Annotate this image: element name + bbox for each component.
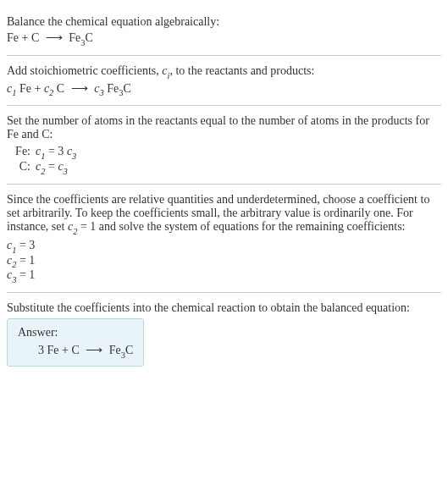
- product-fe3c: Fe3C: [69, 31, 93, 44]
- c2: c2: [44, 82, 53, 95]
- product-fe3c: Fe3C: [109, 344, 134, 356]
- table-row: C: c2 = c3: [7, 160, 441, 175]
- balanced-equation: 3 Fe + C ⟶ Fe3C: [18, 343, 133, 359]
- balance-intro: Set the number of atoms in the reactants…: [7, 114, 441, 141]
- reactant-fe: Fe: [7, 31, 19, 44]
- unbalanced-equation: Fe + C ⟶ Fe3C: [7, 30, 441, 47]
- answer-label: Answer:: [18, 326, 133, 339]
- answer-intro: Substitute the coefficients into the che…: [7, 301, 441, 315]
- row-label-fe: Fe:: [7, 145, 36, 158]
- section-answer: Substitute the coefficients into the che…: [7, 293, 441, 375]
- reactant-c: C: [31, 31, 39, 44]
- reactant-3fe: 3 Fe: [38, 344, 59, 356]
- table-row: Fe: c1 = 3 c3: [7, 145, 441, 160]
- reactant-c: C: [71, 344, 79, 356]
- section-atom-balance: Set the number of atoms in the reactants…: [7, 106, 441, 185]
- c2-symbol: c2: [68, 220, 77, 233]
- arrow-icon: ⟶: [71, 81, 88, 96]
- coeff-line: c1 = 3: [7, 239, 441, 254]
- arrow-icon: ⟶: [86, 343, 102, 357]
- coeff-equation: c1 Fe + c2 C ⟶ c3 Fe3C: [7, 81, 441, 97]
- section-solve: Since the coefficients are relative quan…: [7, 185, 441, 293]
- prompt-text: Balance the chemical equation algebraica…: [7, 15, 441, 29]
- coeff-line: c2 = 1: [7, 254, 441, 269]
- atom-balance-table: Fe: c1 = 3 c3 C: c2 = c3: [7, 145, 441, 175]
- row-label-c: C:: [7, 160, 36, 174]
- answer-box: Answer: 3 Fe + C ⟶ Fe3C: [7, 318, 144, 367]
- row-eq-fe: c1 = 3 c3: [36, 145, 76, 160]
- arrow-icon: ⟶: [46, 30, 63, 45]
- section-prompt: Balance the chemical equation algebraica…: [7, 7, 441, 56]
- solve-intro: Since the coefficients are relative quan…: [7, 193, 441, 235]
- solved-coefficients: c1 = 3 c2 = 1 c3 = 1: [7, 239, 441, 284]
- section-coefficients: Add stoichiometric coefficients, ci, to …: [7, 56, 441, 107]
- c3: c3: [94, 82, 103, 95]
- coeff-intro: Add stoichiometric coefficients, ci, to …: [7, 64, 441, 80]
- c1: c1: [7, 82, 16, 95]
- row-eq-c: c2 = c3: [36, 160, 68, 175]
- coeff-line: c3 = 1: [7, 268, 441, 284]
